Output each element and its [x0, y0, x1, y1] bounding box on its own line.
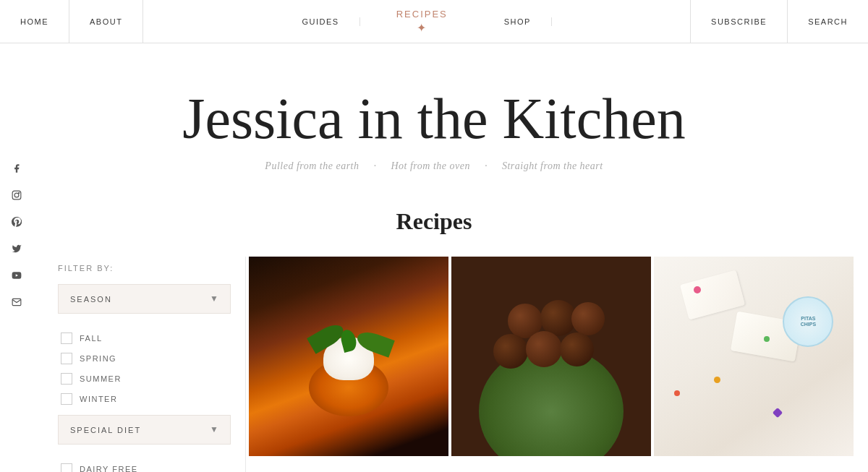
recipe-card-2[interactable]	[451, 257, 651, 456]
site-title: Jessica in the Kitchen	[14, 87, 854, 150]
summer-checkbox[interactable]	[61, 373, 72, 385]
recipes-title: Recipes	[0, 208, 868, 235]
diet-dairy-free-option[interactable]: DAIRY FREE	[58, 459, 231, 472]
pinterest-icon[interactable]	[12, 217, 22, 229]
dairy-free-checkbox[interactable]	[61, 463, 72, 472]
special-diet-label: SPECIAL DIET	[70, 426, 141, 434]
youtube-icon[interactable]	[12, 270, 22, 283]
svg-point-1	[14, 193, 19, 197]
hero-section: Jessica in the Kitchen Pulled from the e…	[0, 43, 868, 194]
recipe-grid: PITASCHIPS	[246, 257, 854, 472]
nav-center: GUIDES RECIPES ✦ SHOP	[143, 0, 690, 43]
filter-panel: FILTER BY: SEASON ▼ FALL SPRING SUMMER W…	[14, 257, 246, 472]
email-icon[interactable]	[12, 297, 22, 309]
main-layout: FILTER BY: SEASON ▼ FALL SPRING SUMMER W…	[0, 257, 868, 472]
season-filter-dropdown[interactable]: SEASON ▼	[58, 284, 231, 314]
filter-by-label: FILTER BY:	[58, 264, 231, 273]
season-summer-option[interactable]: SUMMER	[58, 369, 231, 389]
season-options: FALL SPRING SUMMER WINTER	[58, 325, 231, 415]
nav-search[interactable]: SEARCH	[787, 0, 868, 43]
nav-brand-icon: ✦	[417, 21, 427, 35]
recipes-heading-section: Recipes	[0, 194, 868, 257]
winter-checkbox[interactable]	[61, 393, 72, 405]
season-fall-option[interactable]: FALL	[58, 328, 231, 348]
nav-shop[interactable]: SHOP	[484, 17, 552, 26]
social-sidebar	[0, 149, 33, 324]
facebook-icon[interactable]	[12, 163, 22, 176]
nav-brand[interactable]: RECIPES ✦	[396, 9, 448, 35]
recipe-card-1[interactable]	[249, 257, 448, 456]
svg-point-2	[19, 192, 20, 193]
nav-about[interactable]: ABOUT	[69, 0, 143, 43]
nav-right: SUBSCRIBE SEARCH	[690, 0, 868, 43]
spring-checkbox[interactable]	[61, 353, 72, 364]
recipe-card-3[interactable]: PITASCHIPS	[654, 257, 854, 456]
hero-subtitle: Pulled from the earth · Hot from the ove…	[14, 160, 854, 172]
dairy-free-label: DAIRY FREE	[80, 465, 138, 472]
fall-checkbox[interactable]	[61, 332, 72, 344]
instagram-icon[interactable]	[12, 190, 22, 202]
spring-label: SPRING	[80, 354, 116, 363]
season-label: SEASON	[70, 295, 112, 304]
summer-label: SUMMER	[80, 374, 122, 383]
diet-options: DAIRY FREE EGG FREE	[58, 456, 231, 472]
special-diet-filter-dropdown[interactable]: SPECIAL DIET ▼	[58, 415, 231, 445]
twitter-icon[interactable]	[12, 244, 22, 256]
nav-home[interactable]: HOME	[0, 0, 69, 43]
season-spring-option[interactable]: SPRING	[58, 348, 231, 369]
nav-brand-label: RECIPES	[396, 9, 448, 20]
special-diet-chevron-down-icon: ▼	[210, 424, 218, 435]
nav-guides[interactable]: GUIDES	[282, 17, 360, 26]
season-chevron-down-icon: ▼	[210, 293, 218, 304]
season-winter-option[interactable]: WINTER	[58, 389, 231, 409]
fall-label: FALL	[80, 334, 103, 343]
navigation: HOME ABOUT GUIDES RECIPES ✦ SHOP SUBSCRI…	[0, 0, 868, 43]
svg-rect-0	[12, 191, 21, 199]
winter-label: WINTER	[80, 395, 117, 403]
nav-subscribe[interactable]: SUBSCRIBE	[690, 0, 787, 43]
